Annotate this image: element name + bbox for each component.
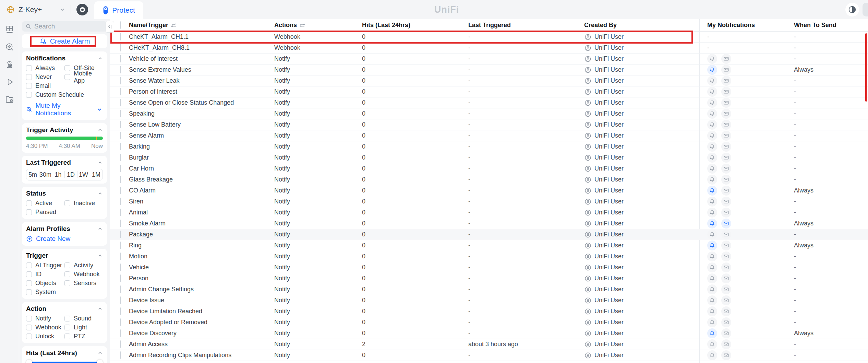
filter-option-ptz[interactable]: PTZ <box>64 333 103 340</box>
filter-option-notify[interactable]: Notify <box>26 315 64 322</box>
checkbox[interactable] <box>26 333 32 339</box>
mail-icon[interactable] <box>721 219 731 229</box>
table-row[interactable]: MotionNotify0-UniFi User- <box>110 251 868 262</box>
row-checkbox[interactable] <box>120 44 121 51</box>
slider-handle-max[interactable] <box>97 360 103 363</box>
range-30m[interactable]: 30m <box>39 169 52 180</box>
table-row[interactable]: Device DiscoveryNotify0-UniFi UserAlways <box>110 328 868 339</box>
bell-icon[interactable] <box>707 230 717 239</box>
checkbox[interactable] <box>26 92 32 98</box>
mail-icon[interactable] <box>721 306 731 316</box>
unifi-os-logo[interactable] <box>76 4 88 15</box>
chevron-up-icon[interactable] <box>97 306 103 312</box>
range-5m[interactable]: 5m <box>26 169 39 180</box>
bell-icon[interactable] <box>707 87 717 97</box>
col-hits[interactable]: Hits (Last 24hrs) <box>362 22 410 29</box>
filter-option-always[interactable]: Always <box>26 65 64 72</box>
table-row[interactable]: Glass BreakageNotify0-UniFi User- <box>110 174 868 185</box>
row-checkbox[interactable] <box>120 33 121 40</box>
filter-option-mobile-app[interactable]: Mobile App <box>64 73 103 81</box>
bell-icon[interactable] <box>707 339 717 349</box>
bell-icon[interactable] <box>707 219 717 229</box>
col-last-triggered[interactable]: Last Triggered <box>468 22 511 29</box>
bell-icon[interactable] <box>707 65 717 75</box>
range-1h[interactable]: 1h <box>52 169 64 180</box>
row-checkbox[interactable] <box>120 242 121 249</box>
chevron-up-icon[interactable] <box>97 160 103 165</box>
filter-option-email[interactable]: Email <box>26 82 64 90</box>
filter-option-webhook[interactable]: Webhook <box>64 271 103 278</box>
row-checkbox[interactable] <box>120 253 121 260</box>
filter-option-unlock[interactable]: Unlock <box>26 333 64 340</box>
mail-icon[interactable] <box>721 142 731 152</box>
mail-icon[interactable] <box>721 175 731 185</box>
checkbox[interactable] <box>26 74 32 80</box>
mail-icon[interactable] <box>721 273 731 283</box>
table-row[interactable]: Sense Open or Close Status ChangedNotify… <box>110 97 868 108</box>
row-checkbox[interactable] <box>120 187 121 194</box>
checkbox[interactable] <box>26 65 32 71</box>
bell-icon[interactable] <box>707 164 717 174</box>
filter-icon[interactable] <box>171 23 177 28</box>
mail-icon[interactable] <box>721 197 731 207</box>
checkbox[interactable] <box>26 325 32 330</box>
bell-icon[interactable] <box>707 295 717 305</box>
table-row[interactable]: BurglarNotify0-UniFi User- <box>110 152 868 163</box>
checkbox[interactable] <box>64 74 70 80</box>
mail-icon[interactable] <box>721 241 731 250</box>
table-row[interactable]: Device Limitation ReachedNotify0-UniFi U… <box>110 306 868 317</box>
filter-option-ai-trigger[interactable]: AI Trigger <box>26 262 64 269</box>
row-checkbox[interactable] <box>120 88 121 95</box>
bell-icon[interactable] <box>707 98 717 108</box>
checkbox[interactable] <box>64 262 70 268</box>
row-checkbox[interactable] <box>120 165 121 172</box>
bell-icon[interactable] <box>707 175 717 185</box>
checkbox[interactable] <box>64 65 70 71</box>
chevron-up-icon[interactable] <box>97 127 103 133</box>
mail-icon[interactable] <box>721 328 731 338</box>
mail-icon[interactable] <box>721 76 731 86</box>
mail-icon[interactable] <box>721 98 731 108</box>
bell-icon[interactable] <box>707 241 717 250</box>
bell-icon[interactable] <box>707 350 717 360</box>
row-checkbox[interactable] <box>120 307 121 315</box>
hits-range-slider[interactable] <box>26 360 103 363</box>
ai-search-icon[interactable] <box>5 42 14 52</box>
checkbox[interactable] <box>64 333 70 339</box>
table-row[interactable]: Person of interestNotify0-UniFi User- <box>110 86 868 97</box>
table-row[interactable]: Admin Change SettingsNotify0-UniFi User- <box>110 284 868 295</box>
dashboard-icon[interactable] <box>5 25 14 34</box>
row-checkbox[interactable] <box>120 220 121 227</box>
table-row[interactable]: Sense AlarmNotify0-UniFi User- <box>110 130 868 141</box>
row-checkbox[interactable] <box>120 351 121 359</box>
mail-icon[interactable] <box>721 65 731 75</box>
filter-option-sensors[interactable]: Sensors <box>64 280 103 287</box>
tab-protect[interactable]: Protect <box>94 1 143 19</box>
row-checkbox[interactable] <box>120 66 121 73</box>
table-row[interactable]: Vehicle of interestNotify0-UniFi User- <box>110 54 868 65</box>
filter-option-system[interactable]: System <box>26 289 64 296</box>
row-checkbox[interactable] <box>120 121 121 128</box>
slider-handle-min[interactable] <box>26 360 32 363</box>
checkbox[interactable] <box>26 316 32 321</box>
row-checkbox[interactable] <box>120 143 121 150</box>
table-row[interactable]: Sense Extreme ValuesNotify0-UniFi UserAl… <box>110 65 868 75</box>
row-checkbox[interactable] <box>120 329 121 337</box>
col-my-notifications[interactable]: My Notifications <box>707 22 755 29</box>
row-checkbox[interactable] <box>120 209 121 216</box>
mail-icon[interactable] <box>721 230 731 239</box>
row-checkbox[interactable] <box>120 132 121 139</box>
bell-icon[interactable] <box>707 197 717 207</box>
chevron-up-icon[interactable] <box>97 253 103 258</box>
bell-icon[interactable] <box>707 142 717 152</box>
table-row[interactable]: CHeKT_Alarm_CH8.1Webhook0-UniFi User-- <box>110 43 868 54</box>
filter-option-light[interactable]: Light <box>64 324 103 331</box>
table-row[interactable]: Device IssueNotify0-UniFi User- <box>110 295 868 306</box>
table-row[interactable]: BarkingNotify0-UniFi User- <box>110 141 868 152</box>
filter-option-paused[interactable]: Paused <box>26 209 64 216</box>
col-created-by[interactable]: Created By <box>584 22 617 29</box>
table-row[interactable]: Admin AccessNotify2about 3 hours agoUniF… <box>110 339 868 350</box>
checkbox[interactable] <box>26 262 32 268</box>
scrollbar-thumb[interactable] <box>865 33 867 102</box>
site-switcher[interactable]: Z-Key+ <box>6 5 65 14</box>
